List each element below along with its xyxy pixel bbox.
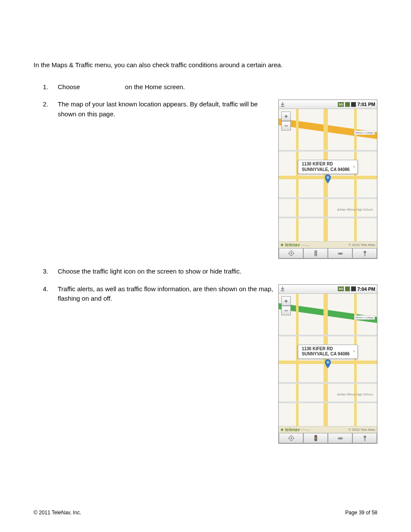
battery-icon	[351, 102, 356, 107]
traffic-light-button-active[interactable]	[303, 433, 328, 443]
address-line-2: SUNNYVALE, CA 94086	[302, 167, 349, 173]
step-number: 3.	[34, 267, 58, 277]
download-icon	[280, 286, 289, 291]
network-3g-icon: 3G	[338, 286, 344, 291]
page-footer: © 2011 TeleNav, Inc. Page 39 of 58	[34, 510, 377, 516]
step-number: 1.	[34, 82, 58, 92]
status-bar: 3G 7:01 PM	[279, 100, 377, 109]
address-line-1: 1130 KIFER RD	[302, 162, 349, 167]
step-3: 3. Choose the traffic light icon on the …	[34, 267, 377, 277]
traffic-light-button[interactable]	[303, 248, 328, 258]
status-bar: 3G 7:04 PM	[279, 285, 377, 294]
telenav-logo: ✺ telenav	[280, 243, 300, 247]
map-poi-college: Mission College	[354, 131, 375, 135]
svg-point-15	[315, 439, 316, 440]
footer-copyright: © 2011 TeleNav, Inc.	[34, 510, 81, 516]
zoom-in-button[interactable]: +	[281, 112, 291, 121]
map-brand-bar: ✺ telenav © 2010 Tele Atlas	[279, 426, 377, 433]
steps-list: 1. Choose on the Home screen. 2. The map…	[34, 82, 377, 444]
svg-point-11	[290, 437, 292, 439]
address-line-1: 1130 KIFER RD	[302, 346, 349, 352]
map-area[interactable]: Mission College Adrian Wilcox High Schoo…	[279, 109, 377, 248]
status-time: 7:04 PM	[357, 286, 375, 292]
map-brand-bar: ✺ telenav © 2010 Tele Atlas	[279, 241, 377, 248]
places-button[interactable]	[352, 248, 377, 258]
phone-screenshot-1: 3G 7:01 PM Mission College	[278, 100, 377, 259]
step-1-choose: Choose	[58, 83, 80, 90]
phone-screenshot-2: 3G 7:04 PM Mission College	[278, 284, 377, 444]
status-time: 7:01 PM	[357, 102, 375, 107]
map-toolbar	[279, 248, 377, 258]
telenav-logo: ✺ telenav	[280, 427, 300, 432]
step-text: Choose the traffic light icon on the scr…	[58, 267, 273, 277]
signal-icon	[345, 286, 350, 291]
places-button[interactable]	[352, 433, 377, 443]
step-number: 4.	[34, 284, 58, 304]
step-1: 1. Choose on the Home screen.	[34, 82, 377, 92]
address-callout[interactable]: 1130 KIFER RD SUNNYVALE, CA 94086	[298, 160, 358, 174]
svg-point-5	[315, 253, 316, 254]
locate-button[interactable]	[279, 248, 303, 258]
svg-point-13	[315, 436, 316, 437]
layers-button[interactable]	[328, 433, 352, 443]
map-toolbar	[279, 433, 377, 443]
step-1-rest: on the Home screen.	[125, 83, 185, 90]
svg-point-4	[315, 251, 316, 252]
step-text: Traffic alerts, as well as traffic flow …	[58, 284, 273, 304]
battery-icon	[351, 286, 356, 291]
svg-point-6	[315, 255, 316, 256]
map-copyright: © 2010 Tele Atlas	[349, 243, 375, 247]
map-pin-icon	[324, 174, 331, 184]
step-2-row: 2. The map of your last known location a…	[34, 100, 377, 259]
map-copyright: © 2010 Tele Atlas	[349, 428, 375, 432]
map-area[interactable]: Mission College Adrian Wilcox High Schoo…	[279, 294, 377, 433]
map-poi-school: Adrian Wilcox High School	[337, 393, 373, 396]
svg-rect-8	[364, 253, 365, 256]
svg-rect-17	[364, 438, 365, 441]
map-poi-college: Mission College	[354, 315, 375, 320]
step-number: 2.	[34, 100, 58, 119]
intro-text: In the Maps & Traffic menu, you can also…	[34, 60, 377, 70]
zoom-out-button[interactable]: −	[281, 121, 291, 131]
step-4-row: 4. Traffic alerts, as well as traffic fl…	[34, 284, 377, 444]
download-icon	[280, 102, 289, 107]
svg-point-0	[327, 176, 329, 179]
address-callout[interactable]: 1130 KIFER RD SUNNYVALE, CA 94086	[298, 345, 358, 359]
network-3g-icon: 3G	[338, 102, 344, 107]
map-pin-icon	[324, 359, 331, 369]
step-text: The map of your last known location appe…	[58, 100, 273, 119]
map-poi-school: Adrian Wilcox High School	[337, 208, 373, 211]
svg-point-9	[327, 361, 329, 364]
step-text: Choose on the Home screen.	[58, 82, 273, 92]
zoom-in-button[interactable]: +	[281, 296, 291, 306]
zoom-out-button[interactable]: −	[281, 306, 291, 315]
address-line-2: SUNNYVALE, CA 94086	[302, 352, 349, 357]
layers-button[interactable]	[328, 248, 352, 258]
locate-button[interactable]	[279, 433, 303, 443]
footer-page-number: Page 39 of 58	[345, 510, 377, 516]
svg-point-14	[315, 437, 316, 439]
signal-icon	[345, 102, 350, 107]
svg-point-2	[290, 253, 292, 254]
